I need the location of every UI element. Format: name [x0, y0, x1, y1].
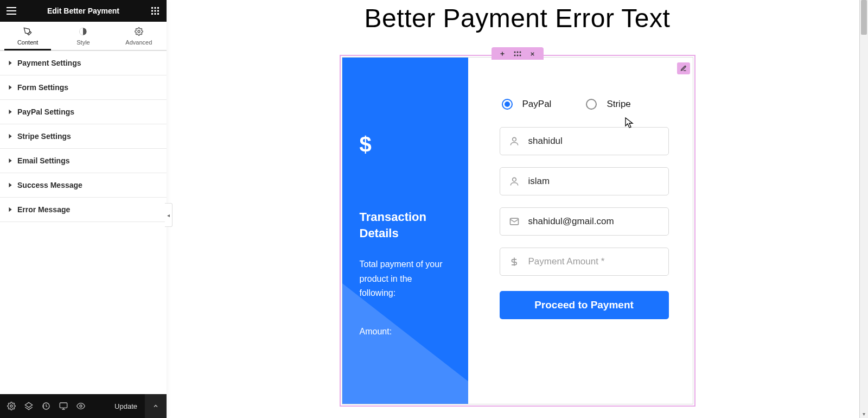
- user-icon: [509, 176, 520, 187]
- caret-icon: [9, 110, 11, 115]
- svg-rect-8: [157, 13, 159, 15]
- section-success-message[interactable]: Success Message: [0, 173, 167, 198]
- svg-rect-6: [151, 13, 153, 15]
- svg-point-16: [514, 55, 515, 56]
- section-label: Email Settings: [17, 156, 69, 165]
- caret-icon: [9, 183, 11, 188]
- svg-point-19: [512, 137, 516, 141]
- tab-style[interactable]: Style: [55, 22, 111, 50]
- section-email-settings[interactable]: Email Settings: [0, 149, 167, 173]
- stripe-label: Stripe: [607, 99, 630, 110]
- svg-point-20: [512, 178, 516, 181]
- amount-field[interactable]: [500, 248, 669, 276]
- first-name-input[interactable]: [528, 136, 660, 147]
- navigator-icon[interactable]: [21, 398, 37, 414]
- section-form-settings[interactable]: Form Settings: [0, 75, 167, 100]
- section-label: Stripe Settings: [17, 132, 71, 141]
- svg-point-15: [519, 52, 521, 53]
- drag-section-icon[interactable]: [513, 49, 522, 58]
- transaction-sidebar: $ Transaction Details Total payment of y…: [342, 58, 468, 404]
- caret-icon: [9, 207, 11, 212]
- paypal-option[interactable]: PayPal: [502, 99, 552, 110]
- collapse-panel-handle[interactable]: ◂: [165, 203, 173, 227]
- menu-icon[interactable]: [5, 5, 17, 17]
- radio-icon: [586, 99, 597, 110]
- section-toolbar: [492, 47, 544, 60]
- svg-point-18: [519, 55, 521, 56]
- paypal-label: PayPal: [522, 99, 552, 110]
- caret-icon: [9, 134, 11, 139]
- settings-icon[interactable]: [3, 398, 20, 414]
- svg-rect-11: [60, 403, 67, 408]
- section-paypal-settings[interactable]: PayPal Settings: [0, 100, 167, 124]
- svg-point-12: [80, 405, 82, 407]
- scroll-down-icon[interactable]: ▾: [860, 409, 868, 418]
- tab-label: Style: [76, 39, 90, 46]
- caret-icon: [9, 159, 11, 163]
- dollar-icon: [509, 256, 520, 267]
- section-label: Success Message: [17, 181, 82, 189]
- svg-point-14: [516, 52, 518, 53]
- scrollbar-thumb[interactable]: [861, 0, 867, 35]
- svg-rect-7: [154, 13, 156, 15]
- caret-icon: [9, 61, 11, 66]
- svg-rect-2: [157, 7, 159, 9]
- mail-icon: [509, 216, 520, 227]
- user-icon: [509, 136, 520, 147]
- panel-title: Edit Better Payment: [47, 7, 119, 15]
- edit-widget-icon[interactable]: [677, 62, 690, 74]
- svg-point-9: [138, 30, 140, 33]
- radio-icon: [502, 99, 513, 110]
- remove-section-icon[interactable]: [528, 49, 537, 58]
- tab-content[interactable]: Content: [0, 22, 55, 50]
- tab-label: Content: [17, 39, 39, 46]
- svg-point-13: [514, 52, 515, 53]
- preview-icon[interactable]: [73, 398, 89, 414]
- update-button[interactable]: Update: [108, 394, 144, 418]
- stripe-option[interactable]: Stripe: [586, 99, 630, 110]
- svg-rect-5: [157, 10, 159, 12]
- apps-icon[interactable]: [149, 5, 161, 17]
- section-label: Error Message: [17, 205, 70, 214]
- section-stripe-settings[interactable]: Stripe Settings: [0, 124, 167, 149]
- proceed-button[interactable]: Proceed to Payment: [500, 291, 669, 319]
- tab-advanced[interactable]: Advanced: [111, 22, 167, 50]
- update-label: Update: [114, 402, 137, 410]
- last-name-field[interactable]: [500, 167, 669, 195]
- vertical-scrollbar[interactable]: ▾: [859, 0, 868, 418]
- section-error-message[interactable]: Error Message: [0, 198, 167, 222]
- history-icon[interactable]: [38, 398, 54, 414]
- proceed-label: Proceed to Payment: [534, 299, 634, 311]
- first-name-field[interactable]: [500, 127, 669, 155]
- page-title: Better Payment Error Text: [167, 3, 868, 33]
- section-label: Payment Settings: [17, 59, 81, 67]
- caret-icon: [9, 85, 11, 90]
- svg-rect-4: [154, 10, 156, 12]
- add-section-icon[interactable]: [498, 49, 507, 58]
- amount-input[interactable]: [528, 256, 660, 267]
- tab-label: Advanced: [125, 39, 152, 46]
- svg-point-10: [10, 405, 12, 407]
- email-input[interactable]: [528, 216, 660, 227]
- section-payment-settings[interactable]: Payment Settings: [0, 51, 167, 75]
- widget-outline[interactable]: $ Transaction Details Total payment of y…: [340, 55, 695, 407]
- svg-point-17: [516, 55, 518, 56]
- svg-rect-0: [151, 7, 153, 9]
- responsive-icon[interactable]: [55, 398, 72, 414]
- section-label: PayPal Settings: [17, 107, 74, 116]
- svg-rect-1: [154, 7, 156, 9]
- section-label: Form Settings: [17, 83, 68, 92]
- expand-button[interactable]: [145, 394, 167, 418]
- email-field[interactable]: [500, 207, 669, 236]
- last-name-input[interactable]: [528, 176, 660, 187]
- svg-rect-3: [151, 10, 153, 12]
